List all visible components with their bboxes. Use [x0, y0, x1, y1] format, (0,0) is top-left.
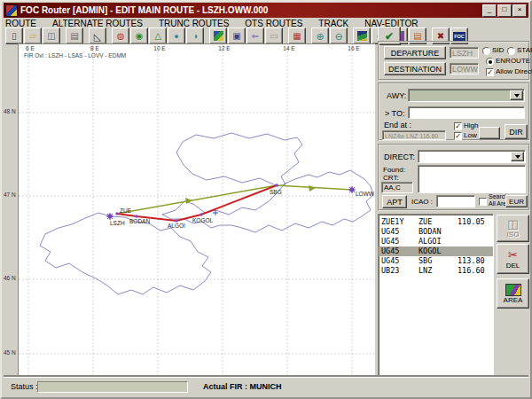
save-icon: ◫ [47, 32, 55, 41]
departure-field[interactable]: LSZH [450, 47, 479, 59]
destination-field[interactable]: LOWW [450, 63, 479, 74]
star-radio[interactable] [507, 47, 515, 55]
show-fix2-button[interactable]: ◑ [186, 27, 204, 44]
allow-directs-checkbox[interactable]: ✓ [486, 68, 494, 76]
wp-label-bodan: BODAN [129, 218, 150, 224]
info-book-icon: ▤ [413, 32, 421, 41]
lon-label-12e: 12 E [218, 45, 231, 51]
found-listbox[interactable] [418, 165, 526, 193]
departure-button[interactable]: DEPARTURE [384, 46, 446, 59]
measure-icon: ◺ [94, 32, 101, 41]
direct-combo[interactable] [418, 150, 526, 163]
maximize-button[interactable]: □ [497, 4, 512, 17]
route-row-kogol-selected[interactable]: UG45KOGOL [379, 246, 493, 256]
map-canvas: 6 E 8 E 10 E 12 E 14 E 16 E FIR Ovl : LS… [19, 44, 374, 379]
folder-gray-icon: ▭ [270, 32, 278, 41]
enroute-radio-label: ENROUTE [496, 57, 530, 65]
map-layers-button[interactable] [209, 27, 227, 44]
show-fix-button[interactable]: ● [168, 27, 185, 44]
airports-group: DEPARTURE LSZH DESTINATION LOWW SID STAR… [378, 41, 530, 81]
delete-waypoint-button[interactable]: ✂ DEL [497, 244, 529, 274]
direct-combo-arrow-icon[interactable] [511, 152, 524, 161]
lon-label-8e: 8 E [90, 45, 99, 51]
show-vor-red-button[interactable]: ◍ [112, 27, 129, 44]
show-vor-green-button[interactable]: ◉ [130, 27, 148, 44]
print-button[interactable]: ▤ [66, 27, 83, 44]
sid-radio[interactable] [482, 47, 490, 55]
waypoint-triangle-icon: △ [154, 32, 161, 41]
status-bar: Status : Actual FIR : MUNICH [4, 377, 528, 395]
save-button[interactable]: ◫ [43, 27, 60, 44]
wp-label-sbg: SBG [270, 189, 282, 195]
zoom-out-button[interactable]: ⊖ [330, 27, 348, 44]
area-button[interactable]: AREA [497, 278, 529, 309]
table-button[interactable]: ▦ [288, 27, 306, 44]
back-button[interactable]: ⇐ [246, 27, 264, 44]
lon-label-6e: 6 E [26, 45, 35, 51]
vor-green-icon: ◉ [136, 32, 144, 41]
zoom-in-button[interactable]: ⊕ [311, 27, 329, 44]
high-label: High [464, 121, 478, 129]
print-icon: ▤ [70, 32, 78, 41]
icao-input[interactable] [436, 195, 475, 207]
zoom-in-icon: ⊕ [316, 32, 324, 41]
open-button[interactable]: ▱ [24, 27, 42, 44]
awy-combo-arrow-icon[interactable] [510, 90, 523, 100]
high-checkbox[interactable]: ✓ [454, 122, 462, 130]
vor-red-icon: ◍ [117, 32, 125, 41]
measure-button[interactable]: ◺ [89, 27, 106, 44]
search-all-areas-checkbox[interactable] [479, 198, 487, 206]
route-row-algoi[interactable]: UG45ALGOI [379, 237, 493, 246]
route-waypoint-list[interactable]: ZUE1YZUE110.05 UG45BODAN UG45ALGOI UG45K… [378, 214, 494, 387]
eur-button[interactable]: EUR [505, 195, 528, 207]
low-checkbox[interactable]: ✓ [454, 132, 462, 140]
fix-teal-icon: ● [174, 32, 178, 41]
foc-logo-icon: FOC [453, 32, 466, 41]
direct-group: DIRECT: Found: CRT: AA,C APT ICAO : Sear… [378, 144, 530, 211]
map-night-button[interactable] [353, 27, 371, 44]
enroute-radio[interactable] [486, 58, 494, 66]
lat-label-45n: 45 N [4, 349, 18, 356]
area-map-icon [505, 284, 521, 296]
minimize-button[interactable]: _ [482, 4, 497, 17]
fir-overlay-label: FIR Ovl : LSZH - LSAS - LOVV - EDMM [24, 52, 126, 59]
dir-button[interactable]: DIR [505, 124, 528, 139]
end-at-label: End at : [384, 121, 411, 129]
disabled-to-button [479, 127, 500, 139]
map-grid [19, 44, 374, 379]
folder-button[interactable]: ▭ [265, 27, 283, 44]
wp-label-kogol: KOGOL [192, 217, 214, 223]
apt-button[interactable]: APT [382, 195, 407, 208]
lat-label-48n: 48 N [4, 108, 18, 114]
window-view-button[interactable]: ▣ [228, 27, 246, 44]
wp-label-algoi: ALGOI [168, 223, 185, 229]
awy-combo[interactable] [408, 89, 525, 102]
wp-label-loww: LOWW [356, 191, 374, 197]
status-progress-field [37, 381, 188, 393]
app-window: FOC Router [ADMIN] - EDIT MAIN ROUTE - L… [0, 0, 532, 399]
destination-button[interactable]: DESTINATION [384, 62, 446, 75]
sid-radio-label: SID [492, 46, 504, 54]
lon-label-16e: 16 E [348, 45, 360, 51]
allow-directs-label: Allow Directs [496, 67, 532, 75]
star-radio-label: STAR [517, 46, 532, 54]
to-input[interactable] [408, 106, 525, 119]
found-label: Found: [383, 166, 405, 174]
route-row-sbg[interactable]: UG45SBG113.80 [379, 256, 493, 266]
fix-teal2-icon: ◑ [192, 32, 198, 41]
route-row-bodan[interactable]: UG45BODAN [379, 227, 493, 237]
route-row-zue[interactable]: ZUE1YZUE110.05 [379, 217, 493, 227]
status-label: Status : [11, 382, 38, 391]
type-filter-combo[interactable]: AA,C [381, 182, 413, 193]
close-button[interactable]: × [512, 4, 527, 17]
route-row-lnz[interactable]: UB23LNZ116.60 [379, 266, 493, 276]
new-button[interactable]: ▯ [5, 27, 23, 44]
end-at-field: LNZ4w LNZ 116.60 [382, 130, 446, 140]
route-alternate-line [117, 185, 352, 214]
erase-icon: ✖ [437, 32, 444, 41]
iso-button-disabled: ◫ ISO [497, 215, 529, 242]
show-waypoints-button[interactable]: △ [149, 27, 167, 44]
route-map[interactable]: 6 E 8 E 10 E 12 E 14 E 16 E FIR Ovl : LS… [18, 43, 375, 379]
awy-label: AWY: [387, 91, 406, 100]
crt-label: CRT: [383, 174, 399, 182]
